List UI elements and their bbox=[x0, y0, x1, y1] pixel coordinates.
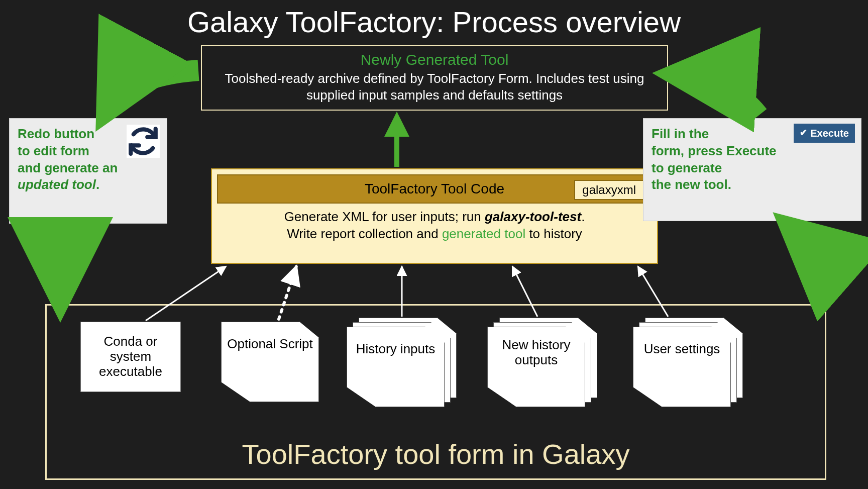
execute-label: Execute bbox=[810, 127, 849, 140]
card-history-inputs: History inputs bbox=[347, 327, 457, 412]
toolcode-header: ToolFactory Tool Code galaxyxml bbox=[217, 174, 652, 204]
tc-line2b: generated tool bbox=[442, 226, 525, 241]
exec-l3: to generate bbox=[652, 160, 722, 175]
exec-l1: Fill in the bbox=[652, 126, 709, 141]
form-title: ToolFactory tool form in Galaxy bbox=[47, 438, 825, 470]
card-history-inputs-label: History inputs bbox=[347, 342, 445, 357]
redo-icon bbox=[127, 125, 160, 158]
card-conda: Conda or system executable bbox=[80, 322, 181, 392]
card-user-settings-label: User settings bbox=[633, 342, 731, 357]
exec-l4: the new tool. bbox=[652, 177, 731, 192]
card-history-outputs-label: New history outputs bbox=[487, 338, 585, 368]
toolcode-header-label: ToolFactory Tool Code bbox=[365, 181, 504, 197]
tc-line1a: Generate XML for user inputs; run bbox=[284, 209, 485, 224]
card-optional-script: Optional Script bbox=[221, 322, 319, 407]
execute-button[interactable]: ✔ Execute bbox=[794, 124, 855, 143]
redo-callout: Redo button to edit form and generate an… bbox=[9, 118, 167, 224]
check-icon: ✔ bbox=[800, 127, 807, 139]
tc-line2a: Write report collection and bbox=[287, 226, 442, 241]
tc-line2c: to history bbox=[525, 226, 582, 241]
redo-l4: updated tool bbox=[18, 177, 96, 192]
card-optional-script-label: Optional Script bbox=[221, 337, 319, 352]
toolcode-body: Generate XML for user inputs; run galaxy… bbox=[217, 209, 652, 243]
tc-line1c: . bbox=[581, 209, 585, 224]
exec-l2: form, press Execute bbox=[652, 143, 777, 158]
redo-l2: to edit form bbox=[18, 143, 89, 158]
ngt-title: Newly Generated Tool bbox=[212, 51, 657, 68]
card-history-outputs: New history outputs bbox=[487, 327, 598, 412]
redo-l3: and generate an bbox=[18, 160, 118, 175]
ngt-description: Toolshed-ready archive defined by ToolFa… bbox=[212, 70, 657, 103]
galaxyxml-chip: galaxyxml bbox=[574, 180, 644, 200]
redo-l1: Redo button bbox=[18, 126, 94, 141]
toolfactory-code-box: ToolFactory Tool Code galaxyxml Generate… bbox=[211, 168, 658, 264]
card-user-settings: User settings bbox=[633, 327, 743, 412]
page-title: Galaxy ToolFactory: Process overview bbox=[0, 5, 868, 39]
newly-generated-tool-box: Newly Generated Tool Toolshed-ready arch… bbox=[201, 45, 668, 111]
tc-line1b: galaxy-tool-test bbox=[485, 209, 581, 224]
execute-callout: ✔ Execute Fill in the form, press Execut… bbox=[643, 118, 861, 221]
